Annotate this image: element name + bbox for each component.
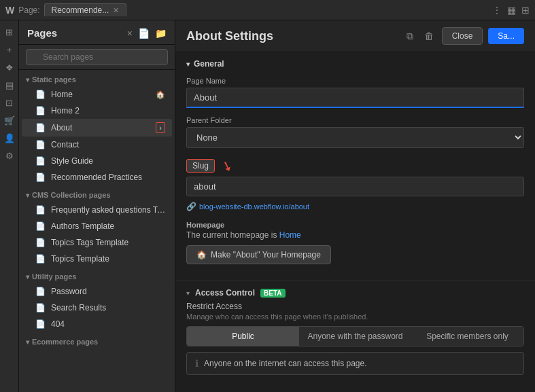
sidebar-item-about[interactable]: 📄 About › — [22, 119, 172, 137]
page-icon-404: 📄 — [35, 319, 46, 329]
sidebar-item-home2[interactable]: 📄 Home 2 — [22, 103, 172, 119]
page-icon-search-results: 📄 — [35, 303, 46, 313]
page-icon-contact: 📄 — [35, 140, 46, 149]
sidebar-close-button[interactable]: × — [127, 28, 133, 39]
duplicate-button[interactable]: ⧉ — [404, 28, 416, 45]
add-folder-icon[interactable]: 📁 — [155, 28, 167, 39]
sidebar-item-contact[interactable]: 📄 Contact — [22, 137, 172, 153]
grid-view-icon[interactable]: ⊞ — [521, 5, 530, 16]
section-utility-pages[interactable]: ▾ Utility pages — [19, 267, 175, 283]
page-name-input[interactable] — [186, 88, 524, 108]
top-bar: W Page: Recommende... ✕ ⋮ ▦ ⊞ — [0, 0, 535, 20]
parent-folder-select[interactable]: None — [186, 127, 524, 148]
toolbar-cms-icon[interactable]: ⊡ — [2, 95, 17, 110]
homepage-link[interactable]: Home — [279, 230, 301, 240]
toolbar-assets-icon[interactable]: ▤ — [2, 77, 17, 92]
section-arrow-utility: ▾ — [26, 273, 29, 281]
homepage-label: Homepage — [186, 221, 524, 229]
slug-input-wrap — [175, 174, 535, 199]
sidebar-header-icons: × 📄 📁 — [127, 28, 167, 39]
access-tab-public[interactable]: Public — [187, 327, 299, 346]
toolbar-components-icon[interactable]: ❖ — [2, 60, 17, 75]
close-button[interactable]: Close — [442, 27, 483, 45]
sidebar-item-label-topics-tags: Topics Tags Template — [51, 238, 165, 247]
more-options-icon[interactable]: ⋮ — [492, 5, 502, 16]
sidebar-item-label-topics: Topics Template — [51, 254, 165, 264]
section-label-ecommerce: Ecommerce pages — [32, 338, 98, 346]
slug-arrow-icon: ➘ — [219, 156, 235, 175]
access-section: ▾ Access Control BETA Restrict Access Ma… — [175, 281, 535, 386]
page-label: Page: — [18, 5, 39, 15]
page-icon-password: 📄 — [35, 287, 46, 296]
sidebar-item-faq[interactable]: 📄 Frequently asked questions Templ... — [22, 202, 172, 218]
about-chevron-icon[interactable]: › — [156, 122, 165, 133]
page-icon-home2: 📄 — [35, 106, 46, 115]
active-tab[interactable]: Recommende... ✕ — [44, 3, 127, 16]
settings-title: About Settings — [186, 29, 273, 43]
homepage-text: The current homepage is Home — [186, 230, 524, 240]
sidebar-item-search-results[interactable]: 📄 Search Results — [22, 300, 172, 316]
page-icon-faq: 📄 — [35, 205, 46, 215]
sidebar-item-label-search-results: Search Results — [51, 303, 165, 313]
delete-button[interactable]: 🗑 — [421, 28, 436, 44]
sidebar-item-404[interactable]: 📄 404 — [22, 316, 172, 332]
general-section-header[interactable]: ▾ General — [175, 52, 535, 73]
save-button[interactable]: Sa... — [488, 28, 524, 44]
sidebar-title: Pages — [27, 27, 57, 39]
section-ecommerce-pages[interactable]: ▾ Ecommerce pages — [19, 332, 175, 349]
sidebar-item-recommended[interactable]: 📄 Recommended Practices — [22, 169, 172, 185]
toolbar-pages-icon[interactable]: ⊞ — [2, 24, 17, 39]
add-page-icon[interactable]: 📄 — [138, 28, 150, 39]
access-tab-password[interactable]: Anyone with the password — [299, 327, 411, 346]
toolbar-settings-icon[interactable]: ⚙ — [2, 148, 17, 163]
sidebar-item-topics[interactable]: 📄 Topics Template — [22, 251, 172, 267]
access-tabs: Public Anyone with the password Specific… — [186, 326, 524, 346]
sidebar-item-label-style-guide: Style Guide — [51, 156, 165, 166]
section-cms-pages[interactable]: ▾ CMS Collection pages — [19, 185, 175, 202]
sidebar-item-authors[interactable]: 📄 Authors Template — [22, 218, 172, 234]
slug-label-container: Slug ➘ — [175, 152, 535, 174]
page-icon-home: 📄 — [35, 90, 46, 99]
make-homepage-button[interactable]: 🏠 Make "About" Your Homepage — [186, 245, 331, 264]
top-bar-left: W Page: Recommende... ✕ — [5, 3, 126, 16]
about-actions: › — [156, 122, 165, 133]
link-icon: 🔗 — [186, 202, 196, 211]
section-static-pages[interactable]: ▾ Static pages — [19, 70, 175, 86]
url-text: blog-website-db.webflow.io/about — [199, 202, 309, 211]
toolbar-add-icon[interactable]: + — [2, 42, 17, 57]
sidebar-item-style-guide[interactable]: 📄 Style Guide — [22, 153, 172, 169]
general-arrow-icon: ▾ — [186, 60, 190, 68]
access-tab-members[interactable]: Specific members only — [411, 327, 523, 346]
beta-badge: BETA — [260, 289, 285, 298]
access-tab-public-label: Public — [232, 332, 254, 341]
access-tab-members-label: Specific members only — [426, 332, 508, 341]
slug-input[interactable] — [186, 177, 524, 196]
sidebar: Pages × 📄 📁 🔍 ▾ Static pages 📄 Home — [19, 20, 175, 392]
toolbar-users-icon[interactable]: 👤 — [2, 130, 17, 145]
restrict-desc: Manage who can access this page when it'… — [175, 313, 535, 326]
toolbar-ecom-icon[interactable]: 🛒 — [2, 113, 17, 128]
section-label-utility: Utility pages — [32, 272, 76, 281]
tab-close-icon[interactable]: ✕ — [113, 6, 119, 15]
section-arrow-ecommerce: ▾ — [26, 338, 29, 346]
access-arrow-icon: ▾ — [186, 289, 190, 297]
access-title: Access Control — [195, 288, 255, 298]
sidebar-item-password[interactable]: 📄 Password — [22, 283, 172, 300]
section-arrow-static: ▾ — [26, 76, 29, 84]
section-arrow-cms: ▾ — [26, 192, 29, 199]
sidebar-item-label-faq: Frequently asked questions Templ... — [51, 205, 165, 215]
sidebar-item-label-authors: Authors Template — [51, 221, 165, 231]
sidebar-item-label-home2: Home 2 — [51, 106, 165, 115]
access-header[interactable]: ▾ Access Control BETA — [175, 281, 535, 302]
access-tab-password-label: Anyone with the password — [307, 332, 402, 341]
sidebar-item-label-contact: Contact — [51, 140, 165, 149]
top-bar-right: ⋮ ▦ ⊞ — [492, 5, 530, 16]
search-input[interactable] — [26, 49, 168, 65]
sidebar-header: Pages × 📄 📁 — [19, 20, 175, 45]
sidebar-item-label-404: 404 — [51, 319, 165, 329]
sidebar-item-topics-tags[interactable]: 📄 Topics Tags Template — [22, 234, 172, 251]
sidebar-item-label-about: About — [51, 123, 156, 132]
home-btn-label: Make "About" Your Homepage — [211, 250, 321, 260]
sidebar-item-home[interactable]: 📄 Home 🏠 — [22, 86, 172, 103]
monitor-icon[interactable]: ▦ — [507, 5, 516, 16]
